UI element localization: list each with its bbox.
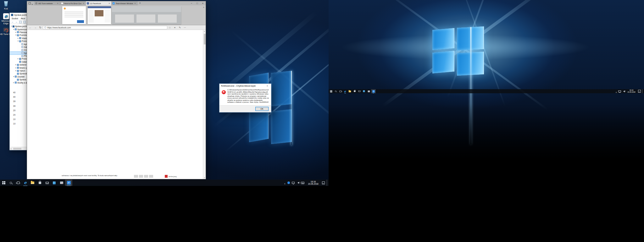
tab-facebook[interactable]: (1) Facebook — [86, 1, 112, 5]
taskbar-clock[interactable]: 16:16 23.05.2018 — [626, 89, 637, 93]
refresh-button[interactable] — [38, 26, 43, 29]
tray-chevron-icon[interactable] — [284, 180, 286, 186]
action-center-icon[interactable] — [322, 182, 325, 184]
taskbar-app-store[interactable] — [36, 180, 43, 186]
minimize-button[interactable] — [189, 1, 194, 5]
taskbar-app-file-explorer[interactable] — [29, 180, 36, 186]
taskbar-app-hdtune[interactable] — [58, 180, 65, 186]
task-view-button[interactable] — [338, 89, 343, 93]
touch-keyboard-icon[interactable] — [301, 182, 304, 184]
new-tab-button[interactable]: + — [137, 1, 142, 5]
hub-icon[interactable] — [172, 26, 177, 29]
search-button[interactable] — [333, 89, 338, 93]
page-thumbnail[interactable] — [134, 175, 138, 178]
expander-icon[interactable] — [15, 34, 17, 37]
page-thumbnail[interactable] — [144, 175, 148, 178]
scrollbar-thumb[interactable] — [204, 34, 206, 44]
action-center-icon[interactable] — [638, 90, 641, 93]
taskbar-app-hdtune[interactable] — [366, 89, 371, 93]
address-bar[interactable]: https://www.facebook.com — [43, 26, 167, 29]
task-view-button[interactable] — [14, 180, 22, 186]
expander-icon[interactable] — [13, 28, 15, 31]
forward-icon[interactable]: → — [15, 20, 18, 23]
start-button[interactable] — [0, 180, 7, 186]
volume-icon[interactable] — [297, 182, 299, 184]
show-desktop-button[interactable] — [642, 89, 643, 93]
tab-close-icon[interactable] — [82, 2, 85, 4]
page-red-thumbnail[interactable] — [165, 175, 168, 178]
taskbar-app-teamviewer[interactable] — [65, 180, 72, 186]
axis-value: 20 — [11, 114, 15, 116]
console-tree-icon[interactable] — [19, 21, 22, 23]
tab-close-icon[interactable] — [57, 2, 59, 4]
expander-icon[interactable] — [13, 75, 15, 78]
expander-icon[interactable] — [15, 63, 17, 66]
expander-icon[interactable] — [17, 37, 19, 40]
taskbar-app-store[interactable] — [352, 89, 357, 93]
taskbar-app-edge[interactable] — [343, 89, 347, 93]
tab-close-icon[interactable] — [108, 2, 110, 4]
hd-tune-icon — [60, 182, 63, 184]
expander-icon[interactable] — [17, 40, 19, 43]
collapse-previews-icon[interactable] — [203, 6, 204, 8]
windows-logo-icon — [330, 90, 332, 92]
tab-error-code[interactable]: How to Fix Error Code 0x0... — [60, 1, 86, 5]
taskbar-app-photos[interactable] — [362, 89, 366, 93]
desktop-icon-recycle-bin[interactable]: Koš — [0, 1, 13, 10]
more-options-icon[interactable] — [182, 26, 187, 29]
taskbar-clock[interactable]: 16:16 23.05.2018 — [306, 181, 320, 185]
back-icon[interactable]: ← — [11, 20, 14, 23]
tab-preview-document[interactable] — [62, 6, 86, 24]
taskbar-app-edge[interactable] — [22, 180, 29, 186]
menu-item-soubor[interactable]: Soubor — [12, 17, 18, 20]
expander-icon[interactable] — [15, 69, 17, 72]
vertical-scrollbar[interactable] — [203, 30, 206, 179]
page-thumbnail[interactable] — [139, 175, 143, 178]
expander-icon[interactable] — [15, 66, 17, 69]
forward-button[interactable] — [33, 26, 38, 29]
expander-icon[interactable] — [10, 25, 13, 28]
close-button[interactable] — [200, 1, 206, 5]
ok-button[interactable]: OK — [255, 107, 269, 111]
expander-icon[interactable] — [15, 31, 17, 34]
favorites-star-icon[interactable] — [167, 26, 172, 29]
properties-icon[interactable] — [23, 21, 26, 23]
show-desktop-button[interactable] — [327, 180, 328, 186]
tab-teamviewer[interactable]: TeamViewer Windows Dow... — [112, 1, 137, 5]
network-icon[interactable] — [292, 182, 295, 184]
tab-hdtune[interactable]: HD Tune website — [34, 1, 60, 5]
hd-tune-icon — [368, 90, 370, 92]
axis-value: 39 — [11, 100, 15, 102]
tab-preview-strip — [27, 5, 206, 25]
tray-teamviewer-icon[interactable] — [287, 182, 290, 184]
set-tabs-aside-icon[interactable] — [29, 2, 31, 4]
tab-preview-facebook[interactable] — [88, 6, 111, 24]
maximize-button[interactable] — [194, 1, 200, 5]
taskbar-app-photos[interactable] — [51, 180, 58, 186]
close-icon[interactable] — [265, 84, 269, 87]
back-button[interactable] — [28, 26, 33, 29]
site-info-icon[interactable] — [44, 26, 46, 28]
address-url: https://www.facebook.com — [47, 26, 71, 29]
annotate-icon[interactable] — [177, 26, 182, 29]
tray-chevron-icon[interactable] — [616, 89, 617, 94]
taskbar-app-file-explorer[interactable] — [347, 89, 352, 93]
expander-icon[interactable] — [17, 57, 19, 60]
expander-icon[interactable] — [13, 81, 15, 84]
taskbar-app-mail[interactable] — [43, 180, 51, 186]
tab-close-icon[interactable] — [134, 2, 136, 4]
tab-preview-downloads[interactable] — [112, 6, 181, 24]
tree-item-label: Výkon — [19, 70, 25, 72]
network-icon[interactable] — [618, 90, 621, 92]
error-dialog-title-bar[interactable]: RzWizard.exe - Chybná bitová kopie — [219, 84, 271, 88]
clock-time: 16:16 — [311, 181, 316, 183]
start-button[interactable] — [329, 89, 333, 93]
menu-item-akce[interactable]: Akce — [21, 17, 25, 20]
volume-icon[interactable] — [622, 90, 625, 92]
page-thumbnail[interactable] — [149, 175, 153, 178]
search-button[interactable] — [7, 180, 14, 186]
taskbar-app-mail[interactable] — [357, 89, 362, 93]
taskbar-app-teamviewer[interactable] — [371, 89, 376, 93]
scrollbar-thumb[interactable] — [13, 148, 21, 150]
search-icon — [335, 90, 336, 92]
